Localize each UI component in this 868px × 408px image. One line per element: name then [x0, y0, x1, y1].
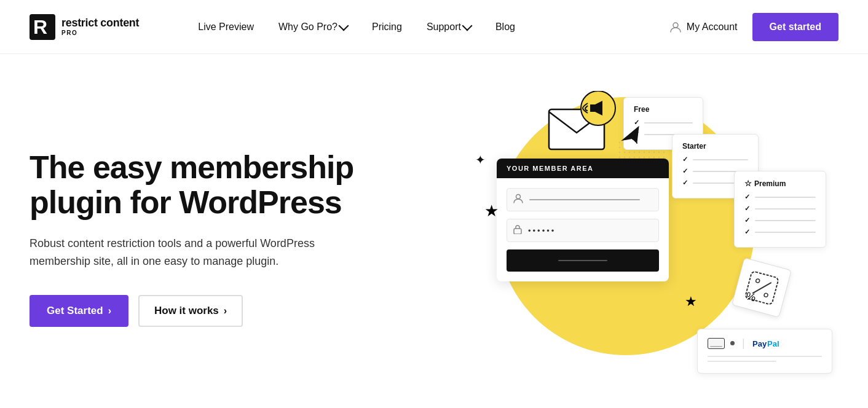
svg-point-2 [673, 23, 678, 28]
pricing-premium-title: ☆ Premium [744, 179, 816, 188]
pricing-card-premium: ☆ Premium ✓ ✓ ✓ ✓ [734, 171, 826, 248]
submit-line-decoration [558, 260, 607, 261]
svg-text:%: % [744, 289, 757, 304]
logo-icon: R [30, 14, 55, 40]
logo-pro-badge: PRO [61, 29, 139, 36]
hero-how-it-works-button[interactable]: How it works › [138, 295, 243, 327]
checkmark-icon: ✓ [682, 155, 688, 163]
password-dots: •••••• [528, 226, 556, 235]
lock-field-icon [513, 224, 522, 237]
my-account-link[interactable]: My Account [669, 21, 738, 33]
svg-text:Pay: Pay [752, 339, 767, 348]
nav-support[interactable]: Support [417, 17, 481, 37]
user-field-icon [513, 194, 523, 206]
pricing-starter-item-1: ✓ [682, 155, 748, 163]
member-area-card: YOUR MEMBER AREA [497, 159, 669, 281]
svg-rect-7 [514, 229, 521, 234]
pricing-premium-item-4: ✓ [744, 228, 816, 236]
nav-why-go-pro[interactable]: Why Go Pro? [269, 17, 357, 37]
payment-line-2 [708, 361, 776, 362]
why-go-pro-chevron-icon [338, 21, 349, 31]
svg-point-6 [516, 195, 521, 199]
svg-text:R: R [33, 16, 47, 38]
payment-line-1 [708, 356, 822, 357]
payment-card: | Pay Pal [697, 329, 832, 374]
hero-subtitle: Robust content restriction tools and a p… [30, 235, 349, 270]
paypal-logo: Pay Pal [752, 338, 789, 349]
password-field: •••••• [507, 219, 659, 242]
support-chevron-icon [462, 21, 472, 31]
username-field [507, 188, 659, 211]
nav-blog[interactable]: Blog [486, 17, 525, 37]
star-decoration-3: ★ [685, 294, 697, 310]
member-area-header: YOUR MEMBER AREA [497, 159, 669, 178]
checkmark-icon: ✓ [682, 167, 688, 175]
checkmark-icon: ✓ [682, 179, 688, 187]
logo-name: restrict content [61, 17, 139, 29]
checkmark-icon: ✓ [744, 193, 750, 201]
pricing-premium-item-1: ✓ [744, 193, 816, 201]
pricing-free-title: Free [634, 105, 693, 114]
member-area-body: •••••• [497, 178, 669, 281]
cc-chip-icon [730, 341, 735, 345]
nav-right: My Account Get started [669, 13, 838, 41]
checkmark-icon: ✓ [744, 205, 750, 213]
star-decoration-1: ★ [484, 202, 499, 221]
hero-get-started-button[interactable]: Get Started › [30, 295, 128, 327]
pricing-free-item-1: ✓ [634, 119, 693, 127]
form-submit-button [507, 249, 659, 272]
nav-links: Live Preview Why Go Pro? Pricing Support… [188, 17, 669, 37]
hero-section: The easy membership plugin for WordPress… [0, 54, 868, 408]
user-icon [669, 21, 682, 33]
nav-get-started-button[interactable]: Get started [752, 13, 838, 41]
credit-card-icon [708, 338, 725, 349]
nav-pricing[interactable]: Pricing [362, 17, 412, 37]
checkmark-icon: ✓ [744, 216, 750, 224]
hero-illustration: ★ ✦ ★ YOUR MEMBER AREA [448, 79, 838, 398]
payment-icons: | Pay Pal [708, 337, 822, 350]
arrow-right-icon: › [108, 305, 111, 316]
star-premium-icon: ☆ [744, 179, 752, 188]
pricing-premium-item-2: ✓ [744, 205, 816, 213]
envelope-illustration [546, 91, 620, 155]
nav-live-preview[interactable]: Live Preview [188, 17, 264, 37]
hero-content: The easy membership plugin for WordPress… [30, 150, 448, 327]
hero-buttons: Get Started › How it works › [30, 295, 448, 327]
navbar: R restrict content PRO Live Preview Why … [0, 0, 868, 54]
pricing-premium-item-3: ✓ [744, 216, 816, 224]
arrow-icon: › [224, 305, 227, 316]
star-decoration-2: ✦ [475, 152, 486, 167]
pricing-starter-title: Starter [682, 142, 748, 151]
hero-title: The easy membership plugin for WordPress [30, 150, 448, 220]
svg-text:Pal: Pal [767, 339, 779, 348]
checkmark-icon: ✓ [744, 228, 750, 236]
logo-link[interactable]: R restrict content PRO [30, 14, 139, 40]
envelope-icon [546, 91, 620, 152]
